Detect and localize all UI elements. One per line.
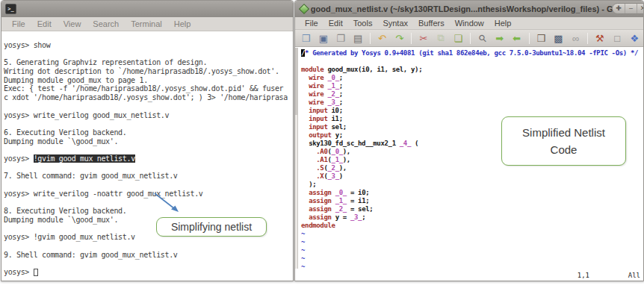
text-segment: ) xyxy=(339,172,343,180)
gvim-menubar: FileEditToolsSyntaxBuffersWindowHelp xyxy=(295,17,643,30)
term-line: 7. Shell command: gvim good_mux_netlist.… xyxy=(4,172,293,181)
text-segment: i0; xyxy=(327,107,342,114)
code-line: ~ xyxy=(301,238,638,246)
text-segment: * Generated by Yosys 0.9+4081 (git sha1 … xyxy=(305,49,638,57)
callout-simplifying-netlist: Simplifying netlist xyxy=(156,217,267,237)
gvim-toolbar: ❒▣❐▤↶↷✂⧉❏⚲➡➡❒▩∞⚒□❖ xyxy=(295,30,643,47)
term-line xyxy=(4,119,293,128)
text-segment: 6. Executing Verilog backend. xyxy=(4,128,126,137)
text-segment xyxy=(301,123,309,131)
text-segment: input xyxy=(309,123,327,131)
text-segment: Exec: { test -f '/home/hariprasadb18/.yo… xyxy=(4,84,283,93)
terminal-output[interactable]: yosys> show5. Generating Graphviz repres… xyxy=(1,31,293,277)
term-line: Dumping module `\good_mux'. xyxy=(4,137,293,146)
text-segment: 8. Executing Verilog backend. xyxy=(4,207,126,215)
text-segment: Dumping module `\good_mux'. xyxy=(4,216,118,224)
menu-item-help[interactable]: Help xyxy=(168,19,197,28)
text-segment: 5. Generating Graphviz representation of… xyxy=(4,58,207,66)
menu-item-file[interactable]: File xyxy=(300,19,323,28)
terminal-titlebar[interactable]: >_ xyxy=(1,1,293,17)
text-segment xyxy=(301,99,309,106)
save-all-icon[interactable]: ❐ xyxy=(332,31,349,46)
text-segment: output xyxy=(309,131,331,139)
term-line: yosys> xyxy=(4,268,293,277)
toolbar-separator xyxy=(529,33,530,44)
print-icon[interactable]: ▤ xyxy=(350,31,367,46)
text-segment xyxy=(301,213,309,221)
text-segment: wire xyxy=(309,82,323,90)
terminal-menubar: FileEditViewSearchTerminalHelp xyxy=(1,17,293,31)
text-segment: _2_ xyxy=(328,164,339,172)
text-segment: ); xyxy=(301,181,316,188)
paste-icon[interactable]: ❏ xyxy=(450,31,467,46)
term-line: c xdot '/home/hariprasadb18/.yosys_show.… xyxy=(4,93,293,102)
menu-item-tools[interactable]: Tools xyxy=(348,19,378,28)
save-file-icon[interactable]: ▣ xyxy=(315,31,332,46)
text-segment xyxy=(301,189,309,196)
text-segment: ; xyxy=(362,213,365,221)
text-segment: 9. Shell command: gvim good_mux_netlist.… xyxy=(4,251,178,259)
text-segment xyxy=(301,115,309,122)
term-line: Dumping module good_mux to page 1. xyxy=(4,76,293,85)
text-segment: ~ xyxy=(301,246,305,254)
code-line: module good_mux(i0, i1, sel, y); xyxy=(301,66,638,74)
code-line: /* Generated by Yosys 0.9+4081 (git sha1… xyxy=(301,49,638,57)
menu-item-help[interactable]: Help xyxy=(489,19,517,28)
window-minimize-button[interactable]: – xyxy=(625,4,637,13)
text-segment: ; xyxy=(339,74,343,81)
window-icon[interactable]: □ xyxy=(609,31,626,46)
window-restore-button[interactable]: ✚ xyxy=(613,4,625,13)
text-segment xyxy=(301,156,316,163)
make-icon[interactable]: ⚒ xyxy=(591,31,608,46)
cut-icon[interactable]: ✂ xyxy=(415,31,432,46)
text-segment: yosys> !gvim good_mux_netlist.v xyxy=(4,233,135,241)
text-segment: wire xyxy=(309,99,323,106)
text-segment: _4_ xyxy=(400,140,411,147)
code-line: .X(_3_) xyxy=(301,172,638,181)
text-segment: _0_ xyxy=(328,74,339,81)
term-line: 8. Executing Verilog backend. xyxy=(4,207,293,216)
menu-item-file[interactable]: File xyxy=(6,19,31,28)
menu-item-view[interactable]: View xyxy=(58,19,87,28)
menu-item-edit[interactable]: Edit xyxy=(31,19,58,28)
text-segment: = i0; xyxy=(347,189,369,196)
editor-scrollbar[interactable] xyxy=(295,48,298,269)
window-close-button[interactable]: ✕ xyxy=(637,4,644,13)
undo-icon[interactable]: ↶ xyxy=(374,31,391,46)
load-session-icon[interactable]: ❒ xyxy=(533,31,550,46)
find-prev-icon[interactable]: ➡ xyxy=(508,31,525,46)
window-controls: ✚–✕ xyxy=(612,3,644,14)
gvim-titlebar[interactable]: good_mux_netlist.v (~/sky130RTLDesign...… xyxy=(295,1,643,17)
copy-icon[interactable]: ⧉ xyxy=(433,31,450,46)
text-segment: ), xyxy=(339,164,347,172)
tag-jump-icon[interactable]: ❖ xyxy=(626,31,643,46)
text-segment: Writing dot description to `/home/haripr… xyxy=(4,67,279,75)
text-segment xyxy=(301,82,309,90)
menu-item-terminal[interactable]: Terminal xyxy=(125,19,168,28)
find-next-icon[interactable]: ➡ xyxy=(491,31,508,46)
text-segment: input xyxy=(309,115,327,122)
open-file-icon[interactable]: ❒ xyxy=(297,31,315,46)
term-line: yosys> show xyxy=(4,41,293,50)
cursor-position: 1,1 xyxy=(578,272,589,279)
menu-item-search[interactable]: Search xyxy=(87,19,125,28)
menu-item-buffers[interactable]: Buffers xyxy=(413,19,450,28)
save-session-icon[interactable]: ▩ xyxy=(550,31,567,46)
code-line: wire _3_; xyxy=(301,99,638,107)
text-segment xyxy=(301,172,316,180)
term-line xyxy=(4,242,293,251)
text-segment: good_mux(i0, i1, sel, y); xyxy=(323,66,422,73)
text-segment xyxy=(301,90,309,98)
term-line xyxy=(4,181,293,190)
text-segment: Dumping module good_mux to page 1. xyxy=(4,76,148,84)
text-segment: .A1 xyxy=(316,156,327,163)
redo-icon[interactable]: ↷ xyxy=(391,31,408,46)
vim-logo-icon xyxy=(299,4,309,14)
run-script-icon[interactable]: ∞ xyxy=(567,31,584,46)
term-line: 6. Executing Verilog backend. xyxy=(4,128,293,137)
text-segment: ( xyxy=(411,140,418,147)
terminal-app-icon: >_ xyxy=(5,4,16,14)
menu-item-edit[interactable]: Edit xyxy=(323,19,348,28)
scrollbar-thumb[interactable] xyxy=(295,48,297,115)
menu-item-syntax[interactable]: Syntax xyxy=(377,19,413,28)
